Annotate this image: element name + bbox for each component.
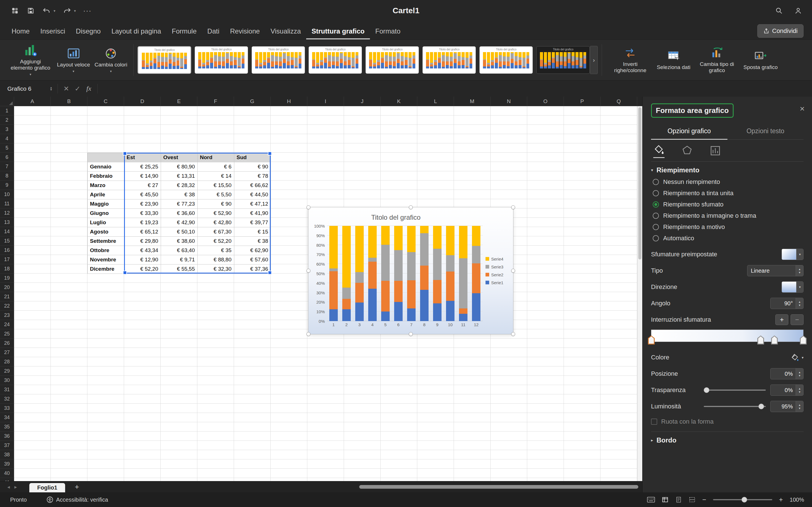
value-cell[interactable]: € 19,23 [124, 218, 161, 227]
sheet-tab-foglio1[interactable]: Foglio1 [29, 483, 65, 492]
bar-segment-serie2[interactable] [355, 283, 364, 302]
fill-option[interactable]: Riempimento a tinta unita [653, 187, 804, 199]
change-chart-type-button[interactable]: Cambia tipo di grafico [693, 45, 741, 75]
chart-bar[interactable] [329, 226, 338, 321]
table-header-cell[interactable]: Sud [234, 153, 271, 162]
gradient-stop[interactable] [757, 335, 764, 344]
tab-opzioni-testo[interactable]: Opzioni testo [727, 124, 804, 139]
row-header-17[interactable]: 17 [0, 255, 14, 264]
bar-segment-serie3[interactable] [459, 258, 467, 308]
fill-option[interactable]: Nessun riempimento [653, 176, 804, 187]
quick-layout-button[interactable]: Layout veloce ▾ [55, 45, 92, 75]
radio-button[interactable] [653, 213, 659, 219]
chart-bar[interactable] [355, 226, 364, 321]
bar-segment-serie3[interactable] [329, 269, 338, 271]
bar-segment-serie3[interactable] [394, 250, 403, 281]
slider-knob[interactable] [704, 387, 709, 393]
column-header-l[interactable]: L [417, 97, 454, 106]
value-cell[interactable]: € 78 [234, 172, 271, 181]
bar-segment-serie3[interactable] [472, 246, 480, 263]
value-cell[interactable]: € 38 [161, 190, 198, 200]
transparency-slider[interactable] [704, 390, 766, 391]
cell-grid[interactable]: EstOvestNordSudGennaio€ 25,25€ 80,90€ 6€… [14, 106, 637, 481]
month-cell[interactable]: Maggio [88, 200, 124, 209]
chart-resize-handle[interactable] [306, 205, 310, 209]
chart-resize-handle[interactable] [306, 332, 310, 336]
bar-segment-serie3[interactable] [420, 233, 428, 266]
value-cell[interactable]: € 62,90 [234, 246, 271, 255]
value-cell[interactable]: € 66,62 [234, 181, 271, 190]
chart-bar[interactable] [368, 226, 377, 321]
stepper-arrows-icon[interactable]: ▴▾ [796, 385, 803, 395]
bar-segment-serie1[interactable] [407, 308, 416, 321]
row-header-2[interactable]: 2 [0, 115, 14, 125]
value-cell[interactable]: € 35 [198, 246, 234, 255]
bar-segment-serie4[interactable] [433, 226, 442, 249]
value-cell[interactable]: € 63,40 [161, 246, 198, 255]
fill-option[interactable]: Riempimento sfumato [653, 199, 804, 210]
zoom-slider[interactable] [713, 499, 772, 500]
row-header-33[interactable]: 33 [0, 404, 14, 413]
row-header-22[interactable]: 22 [0, 301, 14, 311]
redo-dropdown-icon[interactable]: ▾ [74, 9, 76, 13]
row-header-31[interactable]: 31 [0, 385, 14, 394]
name-box-spinner-icon[interactable]: ▴▾ [50, 87, 52, 91]
accessibility-status[interactable]: Accessibilità: verifica [47, 496, 108, 503]
bar-segment-serie3[interactable] [407, 252, 416, 280]
column-header-m[interactable]: M [454, 97, 491, 106]
size-properties-icon[interactable] [710, 145, 721, 158]
chart-legend[interactable]: Serie4Serie3Serie2Serie1 [486, 257, 511, 285]
normal-view-icon[interactable] [662, 496, 668, 503]
bar-segment-serie2[interactable] [446, 272, 455, 301]
chart-bar[interactable] [342, 226, 351, 321]
row-header-37[interactable]: 37 [0, 441, 14, 450]
gradient-stop-bar[interactable] [651, 330, 804, 342]
bar-segment-serie2[interactable] [381, 281, 390, 312]
value-cell[interactable]: € 50,10 [161, 227, 198, 237]
legend-item-serie3[interactable]: Serie3 [486, 265, 511, 269]
value-cell[interactable]: € 39,77 [234, 218, 271, 227]
row-header-3[interactable]: 3 [0, 125, 14, 134]
value-cell[interactable]: € 43,34 [124, 246, 161, 255]
chart-style-thumbnail-2[interactable]: Titolo del grafico [195, 46, 248, 74]
value-cell[interactable]: € 5,50 [198, 190, 234, 200]
column-header-g[interactable]: G [234, 97, 271, 106]
column-header-a[interactable]: A [14, 97, 51, 106]
bar-segment-serie3[interactable] [355, 272, 364, 283]
gradient-direction-dropdown[interactable]: ▾ [781, 281, 804, 293]
value-cell[interactable]: € 38 [234, 237, 271, 246]
bar-segment-serie4[interactable] [381, 226, 390, 245]
row-header-30[interactable]: 30 [0, 376, 14, 385]
stepper-arrows-icon[interactable]: ▴▾ [796, 298, 803, 309]
row-header-41[interactable]: 41 [0, 478, 14, 481]
row-header-32[interactable]: 32 [0, 394, 14, 404]
row-header-19[interactable]: 19 [0, 274, 14, 283]
prev-sheet-icon[interactable]: ◂ [7, 484, 10, 490]
value-cell[interactable]: € 14,90 [124, 172, 161, 181]
horizontal-scrollbar-thumb[interactable] [359, 485, 638, 489]
column-header-j[interactable]: J [344, 97, 380, 106]
bar-segment-serie1[interactable] [433, 303, 442, 321]
chart-style-thumbnail-4[interactable]: Titolo del grafico [308, 46, 362, 74]
chart-resize-handle[interactable] [511, 332, 515, 336]
column-header-c[interactable]: C [87, 97, 124, 106]
bar-segment-serie1[interactable] [459, 314, 467, 321]
undo-icon[interactable] [42, 6, 51, 15]
change-colors-button[interactable]: Cambia colori ▾ [92, 45, 130, 75]
value-cell[interactable]: € 15 [234, 227, 271, 237]
radio-button[interactable] [653, 235, 659, 241]
vertical-scrollbar[interactable] [637, 106, 642, 481]
chart-style-thumbnail-3[interactable]: Titolo del grafico [252, 46, 305, 74]
stepper-arrows-icon[interactable]: ▴▾ [796, 369, 803, 379]
chart-resize-handle[interactable] [511, 205, 515, 209]
value-cell[interactable]: € 33,30 [124, 209, 161, 218]
bar-segment-serie2[interactable] [433, 280, 442, 303]
bar-segment-serie4[interactable] [420, 226, 428, 233]
chart-resize-handle[interactable] [306, 269, 310, 273]
tab-visualizza[interactable]: Visualizza [265, 27, 306, 40]
slider-knob[interactable] [758, 404, 764, 409]
search-icon[interactable] [775, 6, 783, 15]
tab-dati[interactable]: Dati [202, 27, 225, 40]
effects-icon[interactable] [681, 145, 693, 158]
row-header-39[interactable]: 39 [0, 459, 14, 469]
